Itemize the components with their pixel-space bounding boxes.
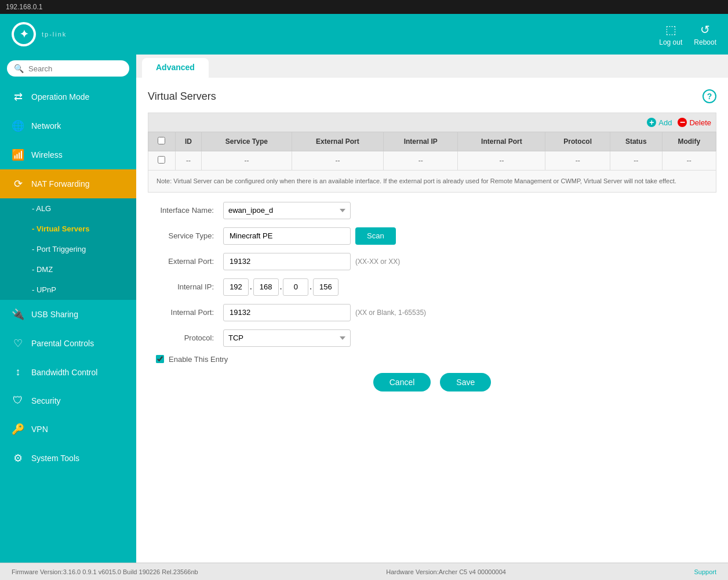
bandwidth-icon: ↕ [12, 366, 24, 378]
protocol-select[interactable]: TCP UDP All [223, 329, 351, 347]
row-modify: -- [662, 151, 716, 171]
add-button[interactable]: + Add [647, 118, 672, 127]
sidebar-item-nat-forwarding[interactable]: ⟳ NAT Forwarding [0, 169, 136, 198]
col-service-type: Service Type [202, 132, 292, 151]
sidebar-item-system-tools[interactable]: ⚙ System Tools [0, 444, 136, 473]
ip-group: . . . [223, 278, 338, 296]
delete-label: Delete [689, 118, 711, 127]
submenu-item-alg[interactable]: - ALG [0, 198, 136, 219]
interface-name-select[interactable]: ewan_ipoe_d [223, 202, 351, 219]
sidebar-item-network[interactable]: 🌐 Network [0, 111, 136, 140]
top-bar: 192.168.0.1 [0, 0, 728, 14]
tab-advanced[interactable]: Advanced [142, 58, 209, 78]
security-icon: 🛡 [12, 394, 24, 407]
enable-row: Enable This Entry [156, 355, 716, 364]
content-panel: Virtual Servers ? + Add − Delete [136, 78, 728, 563]
search-box[interactable]: 🔍 [7, 60, 129, 77]
form-row-interface: Interface Name: ewan_ipoe_d [148, 202, 716, 219]
logo-icon: ✦ [12, 22, 36, 46]
internal-ip-label: Internal IP: [148, 282, 223, 291]
add-label: Add [658, 118, 672, 127]
sidebar-item-bandwidth-control[interactable]: ↕ Bandwidth Control [0, 358, 136, 386]
col-external-port: External Port [292, 132, 383, 151]
virtual-server-form: Interface Name: ewan_ipoe_d Service Type… [148, 202, 716, 392]
submenu-pt-label: - Port Triggering [32, 245, 86, 253]
hardware-version: Hardware Version:Archer C5 v4 00000004 [386, 568, 506, 575]
nat-icon: ⟳ [12, 177, 24, 190]
sidebar-item-vpn[interactable]: 🔑 VPN [0, 415, 136, 444]
sidebar-item-label: Parental Controls [31, 339, 94, 348]
row-id: -- [175, 151, 201, 171]
ip-oct2-input[interactable] [253, 278, 279, 296]
sidebar-item-parental-controls[interactable]: ♡ Parental Controls [0, 329, 136, 358]
internal-port-hint: (XX or Blank, 1-65535) [355, 309, 426, 317]
protocol-label: Protocol: [148, 334, 223, 342]
submenu-item-dmz[interactable]: - DMZ [0, 259, 136, 280]
enable-checkbox[interactable] [156, 355, 164, 363]
col-internal-port: Internal Port [458, 132, 545, 151]
help-icon[interactable]: ? [702, 89, 716, 103]
form-row-internal-ip: Internal IP: . . . [148, 278, 716, 296]
ip-oct3-input[interactable] [283, 278, 308, 296]
col-modify: Modify [662, 132, 716, 151]
search-input[interactable] [28, 64, 126, 73]
sidebar-item-operation-mode[interactable]: ⇄ Operation Mode [0, 82, 136, 111]
row-status: -- [610, 151, 662, 171]
ip-oct1-input[interactable] [223, 278, 249, 296]
sidebar-item-label: VPN [31, 425, 48, 434]
cancel-button[interactable]: Cancel [373, 373, 431, 392]
external-port-control: (XX-XX or XX) [223, 253, 716, 270]
internal-ip-control: . . . [223, 278, 716, 296]
ip-dot-1: . [250, 282, 252, 291]
footer: Firmware Version:3.16.0 0.9.1 v6015.0 Bu… [0, 563, 728, 580]
note-box: Note: Virtual Server can be configured o… [148, 171, 716, 193]
row-checkbox[interactable] [158, 156, 165, 164]
submenu-alg-label: - ALG [32, 204, 51, 213]
form-row-external-port: External Port: (XX-XX or XX) [148, 253, 716, 270]
col-id: ID [175, 132, 201, 151]
svg-text:✦: ✦ [20, 28, 28, 40]
submenu-item-upnp[interactable]: - UPnP [0, 280, 136, 300]
delete-icon: − [678, 118, 687, 127]
note-text: Note: Virtual Server can be configured o… [156, 177, 676, 184]
ip-oct4-input[interactable] [313, 278, 338, 296]
interface-name-label: Interface Name: [148, 206, 223, 215]
form-row-internal-port: Internal Port: (XX or Blank, 1-65535) [148, 304, 716, 321]
logo-area: ✦ tp-link [12, 22, 67, 46]
table-header-row: ID Service Type External Port Internal I… [148, 132, 716, 151]
row-protocol: -- [545, 151, 610, 171]
network-icon: 🌐 [12, 119, 24, 132]
page-title: Virtual Servers [148, 90, 216, 103]
sidebar-item-wireless[interactable]: 📶 Wireless [0, 140, 136, 169]
sidebar-item-security[interactable]: 🛡 Security [0, 386, 136, 415]
service-type-input[interactable] [223, 227, 351, 245]
form-row-protocol: Protocol: TCP UDP All [148, 329, 716, 347]
parental-icon: ♡ [12, 337, 24, 350]
internal-port-input[interactable] [223, 304, 351, 321]
support-link[interactable]: Support [694, 568, 716, 575]
submenu-item-virtual-servers[interactable]: - Virtual Servers [0, 219, 136, 239]
sidebar-item-usb-sharing[interactable]: 🔌 USB Sharing [0, 300, 136, 329]
submenu-upnp-label: - UPnP [32, 285, 56, 294]
tabs-bar: Advanced [136, 55, 728, 78]
row-internal-port: -- [458, 151, 545, 171]
delete-button[interactable]: − Delete [678, 118, 711, 127]
page-title-row: Virtual Servers ? [148, 89, 716, 103]
usb-icon: 🔌 [12, 308, 24, 321]
col-internal-ip: Internal IP [384, 132, 458, 151]
save-button[interactable]: Save [440, 373, 491, 392]
logout-button[interactable]: ⬚ Log out [659, 23, 682, 46]
select-all-checkbox[interactable] [158, 137, 165, 144]
sidebar-item-label: System Tools [31, 454, 79, 463]
main-layout: 🔍 ⇄ Operation Mode 🌐 Network 📶 Wireless … [0, 55, 728, 563]
scan-button[interactable]: Scan [355, 227, 396, 245]
row-checkbox-cell [148, 151, 176, 171]
row-external-port: -- [292, 151, 383, 171]
external-port-input[interactable] [223, 253, 351, 270]
sidebar-item-label: NAT Forwarding [31, 179, 90, 188]
protocol-control: TCP UDP All [223, 329, 716, 347]
reboot-button[interactable]: ↺ Reboot [694, 23, 716, 46]
submenu-item-port-triggering[interactable]: - Port Triggering [0, 239, 136, 259]
submenu-vs-label: - Virtual Servers [32, 224, 89, 233]
form-row-service-type: Service Type: Scan [148, 227, 716, 245]
